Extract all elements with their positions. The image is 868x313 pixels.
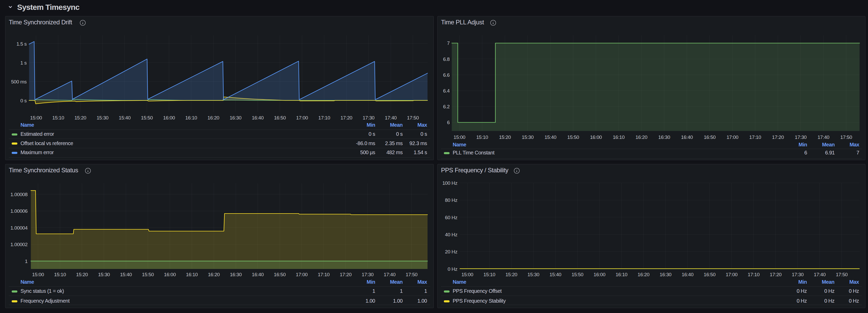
svg-text:1.00008: 1.00008 [10, 192, 28, 197]
svg-text:16:50: 16:50 [274, 272, 286, 277]
svg-text:16:40: 16:40 [252, 272, 264, 277]
svg-text:6.2: 6.2 [443, 104, 450, 109]
svg-text:60 Hz: 60 Hz [445, 215, 457, 220]
svg-text:16:20: 16:20 [208, 115, 219, 120]
svg-text:16:10: 16:10 [616, 272, 627, 277]
svg-text:15:50: 15:50 [142, 272, 154, 277]
svg-text:1.00004: 1.00004 [10, 225, 28, 231]
svg-text:16:30: 16:30 [658, 135, 670, 140]
svg-text:17:00: 17:00 [296, 272, 308, 277]
svg-text:16:10: 16:10 [186, 272, 198, 277]
svg-text:15:30: 15:30 [522, 135, 534, 140]
svg-text:17:40: 17:40 [814, 272, 826, 277]
svg-text:15:30: 15:30 [96, 115, 108, 120]
svg-text:15:30: 15:30 [98, 272, 110, 277]
svg-text:80 Hz: 80 Hz [445, 198, 457, 203]
svg-text:17:50: 17:50 [407, 115, 419, 120]
svg-text:17:50: 17:50 [840, 135, 852, 140]
svg-text:17:40: 17:40 [385, 115, 397, 120]
svg-text:17:10: 17:10 [318, 115, 330, 120]
svg-text:17:30: 17:30 [792, 272, 804, 277]
svg-text:15:20: 15:20 [505, 272, 517, 277]
svg-text:1.5 s: 1.5 s [17, 41, 27, 47]
svg-text:15:40: 15:40 [545, 135, 556, 140]
svg-text:15:10: 15:10 [54, 272, 66, 277]
svg-text:16:40: 16:40 [682, 272, 694, 277]
svg-text:16:30: 16:30 [230, 272, 242, 277]
svg-text:15:50: 15:50 [567, 135, 579, 140]
svg-text:16:20: 16:20 [208, 272, 220, 277]
svg-text:6.4: 6.4 [443, 88, 450, 94]
svg-text:16:10: 16:10 [185, 115, 197, 120]
svg-text:16:10: 16:10 [613, 135, 625, 140]
svg-text:15:00: 15:00 [30, 115, 42, 120]
svg-text:1: 1 [25, 258, 28, 264]
svg-text:15:20: 15:20 [76, 272, 88, 277]
svg-text:17:20: 17:20 [770, 272, 782, 277]
svg-text:1.00002: 1.00002 [10, 242, 28, 247]
svg-text:17:30: 17:30 [363, 115, 375, 120]
svg-text:6: 6 [447, 120, 450, 125]
svg-text:6.6: 6.6 [443, 72, 450, 78]
svg-text:15:00: 15:00 [462, 272, 473, 277]
svg-text:16:00: 16:00 [590, 135, 602, 140]
svg-text:17:10: 17:10 [749, 135, 761, 140]
svg-text:15:40: 15:40 [120, 272, 132, 277]
svg-text:17:20: 17:20 [340, 115, 352, 120]
svg-text:16:40: 16:40 [252, 115, 264, 120]
svg-text:1.00006: 1.00006 [10, 208, 28, 214]
svg-text:17:30: 17:30 [795, 135, 807, 140]
svg-text:16:50: 16:50 [704, 135, 716, 140]
svg-text:17:10: 17:10 [318, 272, 330, 277]
svg-text:15:20: 15:20 [74, 115, 86, 120]
svg-text:500 ms: 500 ms [11, 79, 27, 84]
svg-text:16:20: 16:20 [638, 272, 650, 277]
svg-text:17:20: 17:20 [340, 272, 352, 277]
svg-text:16:00: 16:00 [163, 115, 175, 120]
svg-text:1 s: 1 s [20, 60, 27, 66]
svg-text:15:10: 15:10 [476, 135, 488, 140]
svg-text:15:10: 15:10 [53, 115, 64, 120]
svg-text:17:00: 17:00 [725, 272, 738, 277]
svg-text:15:40: 15:40 [550, 272, 561, 277]
svg-text:15:40: 15:40 [119, 115, 131, 120]
svg-text:16:00: 16:00 [593, 272, 606, 277]
svg-text:17:50: 17:50 [406, 272, 417, 277]
svg-text:16:50: 16:50 [704, 272, 716, 277]
svg-text:16:30: 16:30 [660, 272, 672, 277]
svg-text:0 s: 0 s [20, 98, 27, 103]
svg-text:7: 7 [447, 40, 450, 46]
svg-text:16:50: 16:50 [274, 115, 286, 120]
svg-text:17:00: 17:00 [296, 115, 308, 120]
svg-text:15:00: 15:00 [454, 135, 465, 140]
svg-text:17:10: 17:10 [748, 272, 760, 277]
svg-text:16:20: 16:20 [636, 135, 648, 140]
svg-text:15:50: 15:50 [571, 272, 583, 277]
svg-text:15:10: 15:10 [484, 272, 495, 277]
svg-text:17:30: 17:30 [362, 272, 374, 277]
svg-text:20 Hz: 20 Hz [445, 249, 457, 254]
svg-text:0 Hz: 0 Hz [448, 266, 457, 272]
svg-text:17:40: 17:40 [817, 135, 829, 140]
svg-text:17:20: 17:20 [772, 135, 784, 140]
svg-text:100 Hz: 100 Hz [442, 180, 457, 186]
svg-text:16:40: 16:40 [681, 135, 693, 140]
svg-text:16:00: 16:00 [164, 272, 176, 277]
svg-text:17:50: 17:50 [836, 272, 848, 277]
svg-text:17:00: 17:00 [726, 135, 739, 140]
svg-text:15:20: 15:20 [499, 135, 511, 140]
svg-text:15:00: 15:00 [32, 272, 44, 277]
svg-text:15:30: 15:30 [527, 272, 539, 277]
svg-text:15:50: 15:50 [141, 115, 153, 120]
svg-text:40 Hz: 40 Hz [445, 232, 457, 237]
svg-text:17:40: 17:40 [384, 272, 396, 277]
svg-text:16:30: 16:30 [229, 115, 242, 120]
svg-text:6.8: 6.8 [443, 57, 450, 62]
